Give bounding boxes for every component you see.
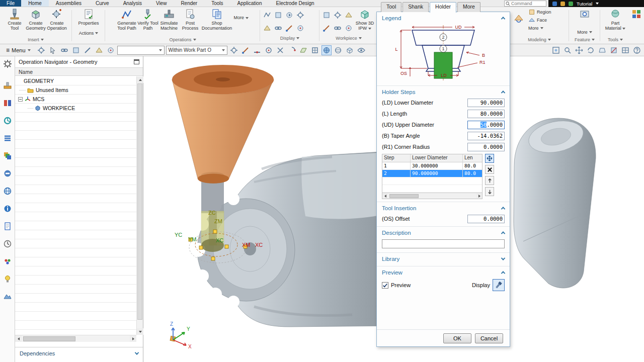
dialog-tab-tool[interactable]: Tool xyxy=(381,2,401,12)
filter-face-icon[interactable] xyxy=(71,45,81,55)
length-column-header[interactable]: Len xyxy=(463,154,482,162)
wireframe-icon[interactable] xyxy=(333,45,343,55)
offset-field[interactable]: 0.0000 xyxy=(467,215,505,223)
workpiece-more-icon[interactable] xyxy=(344,23,354,33)
legend-section-header[interactable]: Legend xyxy=(382,13,505,23)
dialog-tab-shank[interactable]: Shank xyxy=(403,2,429,12)
assembly-navigator-icon[interactable] xyxy=(3,98,13,108)
table-row-selected[interactable]: 2 90.000000 80.0 xyxy=(382,170,482,177)
workpiece-save-icon[interactable] xyxy=(344,10,354,20)
display-button[interactable] xyxy=(493,279,505,291)
preview-checkbox[interactable] xyxy=(382,282,388,289)
center-point-icon[interactable] xyxy=(264,45,274,55)
collapse-expander-icon[interactable] xyxy=(18,97,23,102)
tab-render[interactable]: Render xyxy=(174,0,204,7)
step-column-header[interactable]: Step xyxy=(382,154,411,162)
roles-icon[interactable] xyxy=(3,274,13,284)
show-3d-ipw-button[interactable]: Show 3D IPW xyxy=(354,7,375,35)
workpiece-settings-icon[interactable] xyxy=(321,10,332,20)
tab-view[interactable]: View xyxy=(149,0,174,7)
region-button[interactable]: Region xyxy=(527,8,552,16)
preview-header[interactable]: Preview xyxy=(382,267,505,278)
tab-electrode-design[interactable]: Electrode Design xyxy=(269,0,321,7)
display-more-icon[interactable] xyxy=(295,23,305,33)
synchronous-modeling-button[interactable] xyxy=(511,8,526,25)
filter-edge-icon[interactable] xyxy=(83,45,93,55)
workpiece-right-segment[interactable] xyxy=(514,116,596,288)
toolpath-replay-icon[interactable] xyxy=(284,10,294,20)
dialog-tab-holder[interactable]: Holder xyxy=(430,2,456,13)
show-workpiece-icon[interactable] xyxy=(273,23,283,33)
scroll-left-arrow[interactable] xyxy=(15,335,22,342)
show-hide-icon[interactable] xyxy=(356,45,366,55)
snap-point-icon[interactable] xyxy=(229,45,239,55)
scroll-right-arrow[interactable] xyxy=(130,335,136,342)
document-navigator-icon[interactable] xyxy=(3,221,13,231)
table-row[interactable]: 1 30.000000 80.0 xyxy=(382,162,482,170)
modeling-more-button[interactable]: More xyxy=(527,24,552,32)
end-point-icon[interactable] xyxy=(240,45,251,55)
window-tool-icon[interactable] xyxy=(552,2,557,6)
workpiece-layers-icon[interactable] xyxy=(333,23,343,33)
holder-steps-table[interactable]: Step Lower Diameter Len 1 30.000000 80.0… xyxy=(382,154,482,199)
window-layout-icon[interactable] xyxy=(620,45,630,55)
navigator-vertical-scrollbar[interactable] xyxy=(136,76,143,335)
datum-plane-icon[interactable] xyxy=(298,45,308,55)
rotate-view-icon[interactable] xyxy=(586,45,596,55)
section-view-icon[interactable] xyxy=(609,45,619,55)
web-browser-icon[interactable] xyxy=(3,186,13,196)
fit-view-icon[interactable] xyxy=(551,45,561,55)
pan-icon[interactable] xyxy=(574,45,584,55)
face-button[interactable]: Face xyxy=(527,16,552,24)
command-search-input[interactable] xyxy=(511,1,543,6)
properties-button[interactable]: Properties xyxy=(74,8,103,26)
undock-panel-icon[interactable] xyxy=(134,59,139,64)
remove-step-button[interactable] xyxy=(485,165,494,174)
move-step-up-button[interactable] xyxy=(485,176,494,185)
table-scroll-left-arrow[interactable] xyxy=(382,193,388,199)
corner-radius-field[interactable]: 0.0000 xyxy=(467,143,505,151)
tab-home[interactable]: Home xyxy=(21,0,49,7)
post-process-button[interactable]: Post Process xyxy=(180,8,201,31)
sync-status-icon[interactable] xyxy=(569,2,573,6)
create-tool-button[interactable]: Create Tool xyxy=(4,8,25,31)
show-tool-path-icon[interactable] xyxy=(262,10,272,20)
extra-tools-button[interactable] xyxy=(630,8,643,21)
perspective-icon[interactable] xyxy=(597,45,607,55)
shop-documentation-button[interactable]: Shop Documentation xyxy=(201,8,233,31)
create-geometry-button[interactable]: Create Geometry xyxy=(25,8,46,31)
create-operation-button[interactable]: Create Operation xyxy=(46,8,67,31)
table-scroll-right-arrow[interactable] xyxy=(476,193,482,199)
description-header[interactable]: Description xyxy=(382,227,505,238)
zoom-icon[interactable] xyxy=(562,45,573,55)
vertical-scroll-thumb[interactable] xyxy=(137,83,142,320)
palette-icon[interactable] xyxy=(3,256,13,266)
library-header[interactable]: Library xyxy=(382,253,505,264)
tab-tools[interactable]: Tools xyxy=(204,0,230,7)
tab-application[interactable]: Application xyxy=(230,0,269,7)
workpiece-analyze-icon[interactable] xyxy=(321,23,332,33)
information-icon[interactable] xyxy=(3,204,13,214)
insert-new-set-button[interactable] xyxy=(485,154,494,163)
show-ipw-shaded-icon[interactable] xyxy=(262,23,272,33)
simulate-machine-button[interactable]: Simulate Machine xyxy=(158,8,180,31)
tool-insertion-header[interactable]: Tool Insertion xyxy=(382,203,505,213)
tab-assemblies[interactable]: Assemblies xyxy=(49,0,89,7)
quadrant-point-icon[interactable] xyxy=(287,45,297,55)
tree-row-unused-items[interactable]: Unused Items xyxy=(15,85,136,95)
verify-tool-path-button[interactable]: Verify Tool Path xyxy=(137,8,158,31)
dependencies-bar[interactable]: Dependencies xyxy=(15,347,143,359)
hd3d-tools-icon[interactable] xyxy=(3,168,13,178)
table-horizontal-scrollbar[interactable] xyxy=(382,193,482,199)
tree-row-geometry[interactable]: GEOMETRY xyxy=(15,76,136,85)
select-scope-icon[interactable] xyxy=(36,45,46,55)
resource-bar-options-icon[interactable] xyxy=(3,59,13,69)
operations-more-button[interactable]: More xyxy=(233,8,249,20)
user-profile-icon[interactable] xyxy=(560,2,565,6)
generate-tool-path-button[interactable]: Generate Tool Path xyxy=(116,8,137,31)
selection-filter-combo[interactable] xyxy=(117,46,165,55)
system-scenes-icon[interactable] xyxy=(3,292,13,302)
operation-navigator-icon[interactable] xyxy=(3,133,13,143)
feature-more-button[interactable]: More xyxy=(571,28,599,36)
length-field[interactable]: 80.0000 xyxy=(467,110,505,118)
